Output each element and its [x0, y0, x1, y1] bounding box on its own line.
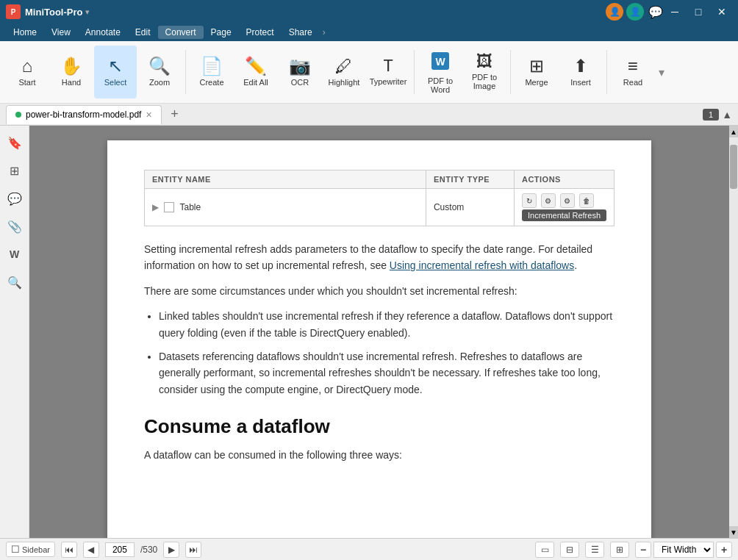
- row-checkbox-icon: [164, 202, 174, 212]
- user-icon-orange[interactable]: 👤: [606, 3, 623, 21]
- tool-read-label: Read: [623, 78, 642, 87]
- toolbar-divider-1: [185, 50, 186, 94]
- sidebar-comment-icon[interactable]: 💬: [4, 187, 26, 209]
- menu-view[interactable]: View: [44, 26, 78, 39]
- zoom-in-button[interactable]: +: [716, 542, 732, 558]
- scrollbar-up-button[interactable]: ▲: [729, 126, 738, 137]
- scrollbar-down-button[interactable]: ▼: [729, 526, 738, 538]
- toolbar-divider-2: [414, 50, 415, 94]
- tool-pdf-to-word[interactable]: W PDF to Word: [419, 46, 462, 98]
- sidebar-attachment-icon[interactable]: 📎: [4, 215, 26, 237]
- menu-bar: Home View Annotate Edit Convert Page Pro…: [0, 24, 738, 41]
- action-delete-icon[interactable]: 🗑: [579, 193, 594, 208]
- tool-edit-all[interactable]: ✏️ Edit All: [234, 46, 277, 98]
- menu-convert[interactable]: Convert: [158, 26, 204, 39]
- tool-pdf-to-image[interactable]: 🖼 PDF to Image: [463, 46, 506, 98]
- menu-annotate[interactable]: Annotate: [78, 26, 128, 39]
- pdf-link-incremental-refresh[interactable]: Using incremental refresh with dataflows: [390, 259, 574, 271]
- tool-typewriter[interactable]: T Typewriter: [367, 46, 409, 98]
- create-icon: 📄: [201, 57, 223, 75]
- view-single-page-button[interactable]: ▭: [535, 542, 554, 558]
- pdf-area[interactable]: ENTITY NAME ENTITY TYPE ACTIONS ▶ Table …: [29, 126, 729, 538]
- tool-create[interactable]: 📄 Create: [190, 46, 233, 98]
- prev-page-button[interactable]: ◀: [83, 542, 99, 558]
- tool-pdf-word-label: PDF to Word: [422, 76, 459, 94]
- tooltip-incremental-refresh: Incremental Refresh: [522, 209, 606, 221]
- action-gear-icon[interactable]: ⚙: [560, 193, 575, 208]
- sidebar-bookmark-icon[interactable]: 🔖: [4, 132, 26, 154]
- zoom-icon: 🔍: [148, 57, 171, 75]
- title-bar: P MiniTool-Pro ▾ 👤 👤 💬 ─ □ ✕: [0, 0, 738, 24]
- user-icons: 👤 👤 💬: [606, 3, 664, 21]
- sidebar-label: Sidebar: [22, 545, 50, 554]
- scrollbar-track[interactable]: [729, 137, 738, 526]
- view-double-page-button[interactable]: ⊟: [560, 542, 579, 558]
- view-thumbnails-button[interactable]: ⊞: [610, 542, 629, 558]
- sidebar-search-icon[interactable]: 🔍: [4, 271, 26, 293]
- current-page-input[interactable]: [105, 542, 135, 557]
- scroll-up-indicator[interactable]: ▲: [722, 109, 732, 121]
- menu-edit[interactable]: Edit: [128, 26, 158, 39]
- last-page-button[interactable]: ⏭: [185, 542, 201, 558]
- pdf-heading-consume: Consume a dataflow: [144, 415, 615, 438]
- tool-merge[interactable]: ⊞ Merge: [515, 46, 558, 98]
- tool-edit-label: Edit All: [243, 78, 268, 87]
- chat-icon[interactable]: 💬: [647, 3, 664, 21]
- tool-hand[interactable]: ✋ Hand: [50, 46, 93, 98]
- maximize-button[interactable]: □: [688, 4, 709, 20]
- merge-icon: ⊞: [529, 57, 544, 75]
- tool-zoom-label: Zoom: [149, 78, 170, 87]
- scrollbar-thumb[interactable]: [730, 145, 737, 189]
- entity-table: ENTITY NAME ENTITY TYPE ACTIONS ▶ Table …: [144, 170, 615, 226]
- table-header-entity-type: ENTITY TYPE: [426, 170, 514, 189]
- right-scrollbar: ▲ ▼: [729, 126, 738, 538]
- toolbar-more[interactable]: ▾: [659, 65, 664, 79]
- pdf-paragraph-2: There are some circumstances under which…: [144, 283, 615, 299]
- tool-highlight-label: Highlight: [329, 78, 360, 87]
- tool-merge-label: Merge: [525, 78, 548, 87]
- tool-select[interactable]: ↖ Select: [94, 46, 137, 98]
- row-expand-icon[interactable]: ▶: [152, 202, 159, 212]
- tab-filename: power-bi-transform-model.pdf: [26, 110, 141, 120]
- tool-insert[interactable]: ⬆ Insert: [559, 46, 602, 98]
- tool-ocr[interactable]: 📷 OCR: [279, 46, 321, 98]
- app-logo: P: [6, 4, 21, 19]
- tool-zoom[interactable]: 🔍 Zoom: [138, 46, 181, 98]
- tool-start[interactable]: ⌂ Start: [6, 46, 49, 98]
- minimize-button[interactable]: ─: [664, 4, 685, 20]
- title-bar-arrow: ▾: [85, 7, 90, 17]
- menu-home[interactable]: Home: [6, 26, 44, 39]
- tab-close-button[interactable]: ×: [146, 109, 151, 121]
- new-tab-button[interactable]: +: [166, 106, 184, 123]
- tool-hand-label: Hand: [62, 78, 81, 87]
- menu-page[interactable]: Page: [204, 26, 239, 39]
- bullet-list: Linked tables shouldn't use incremental …: [159, 308, 615, 398]
- tool-create-label: Create: [199, 78, 223, 87]
- action-settings-icon[interactable]: ⚙: [541, 193, 556, 208]
- tool-insert-label: Insert: [570, 78, 591, 87]
- zoom-out-button[interactable]: −: [635, 542, 651, 558]
- action-refresh-icon[interactable]: ↻: [522, 193, 537, 208]
- view-scroll-button[interactable]: ☰: [585, 542, 604, 558]
- menu-more[interactable]: ›: [323, 27, 326, 37]
- toolbar-divider-3: [510, 50, 511, 94]
- sidebar-text-icon[interactable]: W: [4, 243, 26, 265]
- tool-highlight[interactable]: 🖊 Highlight: [323, 46, 365, 98]
- first-page-button[interactable]: ⏮: [61, 542, 77, 558]
- next-page-button[interactable]: ▶: [163, 542, 179, 558]
- menu-share[interactable]: Share: [282, 26, 320, 39]
- close-button[interactable]: ✕: [712, 4, 732, 20]
- tool-read[interactable]: ≡ Read: [612, 46, 654, 98]
- sidebar-layers-icon[interactable]: ⊞: [4, 159, 26, 182]
- select-icon: ↖: [108, 57, 123, 75]
- window-controls[interactable]: ─ □ ✕: [664, 4, 732, 20]
- zoom-select[interactable]: Fit Width Fit Page 50% 75% 100% 125% 150…: [653, 542, 714, 558]
- sidebar-toggle-button[interactable]: ☐ Sidebar: [6, 542, 55, 557]
- pdf-image-icon: 🖼: [476, 54, 492, 70]
- user-icon-teal[interactable]: 👤: [626, 3, 644, 21]
- table-cell-name: ▶ Table: [145, 189, 426, 226]
- status-bar: ☐ Sidebar ⏮ ◀ /530 ▶ ⏭ ▭ ⊟ ☰ ⊞ − Fit Wid…: [0, 538, 738, 560]
- menu-protect[interactable]: Protect: [239, 26, 282, 39]
- document-tab[interactable]: power-bi-transform-model.pdf ×: [6, 105, 162, 124]
- table-cell-type: Custom: [426, 189, 514, 226]
